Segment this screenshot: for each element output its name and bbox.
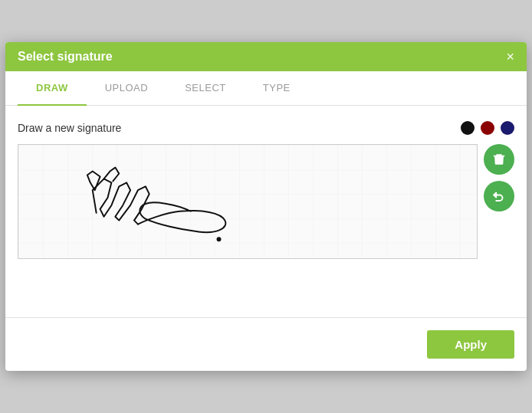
tab-select[interactable]: SELECT: [166, 71, 245, 106]
svg-point-1: [217, 237, 222, 241]
dialog-footer: Apply: [5, 317, 527, 371]
apply-button[interactable]: Apply: [427, 330, 514, 359]
select-signature-dialog: Select signature × DRAW UPLOAD SELECT TY…: [5, 42, 527, 371]
color-dark-blue[interactable]: [501, 121, 514, 135]
tab-upload[interactable]: UPLOAD: [87, 71, 166, 106]
signature-canvas[interactable]: [18, 144, 478, 259]
draw-label: Draw a new signature: [18, 122, 121, 134]
dialog-body: Draw a new signature: [5, 106, 527, 271]
tab-type[interactable]: TYPE: [245, 71, 309, 106]
dialog-title: Select signature: [18, 50, 113, 64]
tab-draw[interactable]: DRAW: [18, 71, 87, 106]
draw-header: Draw a new signature: [18, 121, 514, 135]
color-options: [461, 121, 514, 135]
close-button[interactable]: ×: [506, 50, 514, 64]
dialog-header: Select signature ×: [5, 42, 527, 71]
delete-button[interactable]: [484, 144, 514, 175]
canvas-actions: [484, 144, 514, 211]
undo-button[interactable]: [484, 181, 514, 211]
color-dark-red[interactable]: [481, 121, 494, 135]
tab-bar: DRAW UPLOAD SELECT TYPE: [5, 71, 527, 106]
color-black[interactable]: [461, 121, 475, 135]
canvas-area: [18, 144, 514, 259]
